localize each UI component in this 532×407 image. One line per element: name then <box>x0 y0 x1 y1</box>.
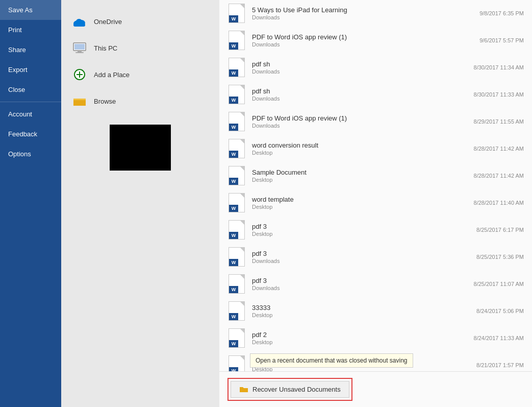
list-item[interactable]: W pdf 3 Downloads 8/25/2017 11:07 AM <box>219 271 532 298</box>
thispc-icon <box>71 40 88 56</box>
file-icon: W <box>227 274 246 294</box>
svg-rect-7 <box>75 52 84 53</box>
sidebar-item-feedback[interactable]: Feedback <box>0 124 61 144</box>
list-item[interactable]: W pdf sh Downloads 8/30/2017 11:34 AM <box>219 54 532 81</box>
file-name: PDF to Word iOS app review (1) <box>252 33 473 41</box>
file-location: Desktop <box>252 231 470 237</box>
recover-unsaved-button[interactable]: Recover Unsaved Documents <box>231 381 349 398</box>
file-icon: W <box>227 30 246 51</box>
place-addplace-label: Add a Place <box>94 71 130 79</box>
file-location: Desktop <box>252 339 468 345</box>
file-icon: W <box>227 220 246 240</box>
file-date: 8/30/2017 11:34 AM <box>474 64 524 70</box>
file-location: Downloads <box>252 14 473 20</box>
file-name: pdf 3 <box>252 223 470 230</box>
file-icon: W <box>227 138 246 159</box>
svg-rect-3 <box>73 23 85 27</box>
recover-folder-icon <box>239 385 248 394</box>
sidebar-item-account[interactable]: Account <box>0 104 61 124</box>
document-preview <box>110 125 171 171</box>
file-icon: W <box>227 57 246 78</box>
list-item[interactable]: W 5 Ways to Use iPad for Learning Downlo… <box>219 0 532 27</box>
sidebar-item-close[interactable]: Close <box>0 80 61 100</box>
file-date: 8/25/2017 5:36 PM <box>476 254 524 260</box>
file-date: 8/29/2017 11:55 AM <box>474 118 524 125</box>
file-info: pdf 2 Desktop <box>252 331 468 345</box>
recover-area: Open a recent document that was closed w… <box>219 371 532 407</box>
svg-rect-11 <box>73 100 86 105</box>
sidebar-item-share[interactable]: Share <box>0 40 61 60</box>
list-item[interactable]: W word conversion result Desktop 8/28/20… <box>219 135 532 162</box>
place-thispc[interactable]: This PC <box>61 35 219 61</box>
file-name: pdf 3 <box>252 277 468 284</box>
place-browse-label: Browse <box>94 98 116 105</box>
file-location: Desktop <box>252 312 470 318</box>
file-name: pdf 3 <box>252 250 470 257</box>
file-info: word conversion result Desktop <box>252 141 468 156</box>
place-browse[interactable]: Browse <box>61 88 219 114</box>
file-name: pdf sh <box>252 87 468 95</box>
svg-point-2 <box>76 19 82 24</box>
file-icon: W <box>227 111 246 132</box>
sidebar-item-export[interactable]: Export <box>0 60 61 80</box>
file-info: pdf 3 Desktop <box>252 223 470 237</box>
file-date: 9/6/2017 5:57 PM <box>479 37 524 43</box>
file-name: 5 Ways to Use iPad for Learning <box>252 6 473 14</box>
list-item[interactable]: W pdf 2 Desktop 8/24/2017 11:33 AM <box>219 325 532 352</box>
file-name: Sample Document <box>252 169 468 176</box>
list-item[interactable]: W pdf 3 Desktop 8/25/2017 6:17 PM <box>219 217 532 244</box>
file-info: 5 Ways to Use iPad for Learning Download… <box>252 6 473 20</box>
file-location: Desktop <box>252 204 468 210</box>
place-onedrive[interactable]: OneDrive <box>61 8 219 35</box>
file-date: 8/28/2017 11:40 AM <box>474 200 524 206</box>
file-date: 8/24/2017 11:33 AM <box>474 335 524 341</box>
file-date: 8/25/2017 11:07 AM <box>474 281 524 287</box>
recover-label: Recover Unsaved Documents <box>252 386 341 393</box>
file-name: word conversion result <box>252 141 468 149</box>
list-item[interactable]: W pdf 3 Downloads 8/25/2017 5:36 PM <box>219 244 532 271</box>
file-name: 33333 <box>252 304 470 312</box>
file-icon: W <box>227 3 246 23</box>
file-info: word template Desktop <box>252 196 468 210</box>
file-icon: W <box>227 193 246 213</box>
file-icon: W <box>227 247 246 267</box>
place-onedrive-label: OneDrive <box>94 18 122 26</box>
svg-rect-10 <box>77 74 83 75</box>
sidebar: Save As Print Share Export Close Account… <box>0 0 61 407</box>
file-date: 8/21/2017 1:57 PM <box>476 362 524 368</box>
list-item[interactable]: W PDF to Word iOS app review (1) Downloa… <box>219 27 532 54</box>
browse-icon <box>71 93 88 109</box>
recent-files-panel: W 5 Ways to Use iPad for Learning Downlo… <box>219 0 532 407</box>
file-icon: W <box>227 84 246 105</box>
file-location: Downloads <box>252 41 473 47</box>
onedrive-icon <box>71 13 88 30</box>
file-name: word template <box>252 196 468 203</box>
file-icon: W <box>227 165 246 186</box>
file-location: Desktop <box>252 177 468 183</box>
list-item[interactable]: W PDF to Word iOS app review (1) Downloa… <box>219 108 532 135</box>
sidebar-item-print[interactable]: Print <box>0 20 61 40</box>
svg-rect-6 <box>78 51 82 52</box>
place-thispc-label: This PC <box>94 44 117 52</box>
file-date: 9/8/2017 6:35 PM <box>479 10 524 16</box>
sidebar-divider <box>0 102 61 102</box>
list-item[interactable]: W pdf sh Downloads 8/30/2017 11:33 AM <box>219 81 532 108</box>
svg-rect-12 <box>240 388 248 392</box>
tooltip: Open a recent document that was closed w… <box>250 353 413 368</box>
file-date: 8/28/2017 11:42 AM <box>474 146 524 152</box>
sidebar-item-options[interactable]: Options <box>0 144 61 164</box>
place-addplace[interactable]: Add a Place <box>61 61 219 88</box>
file-info: Sample Document Desktop <box>252 169 468 183</box>
list-item[interactable]: W 33333 Desktop 8/24/2017 5:06 PM <box>219 298 532 325</box>
svg-rect-5 <box>74 44 85 50</box>
file-location: Downloads <box>252 123 468 129</box>
file-icon: W <box>227 301 246 321</box>
file-location: Desktop <box>252 150 468 156</box>
file-location: Downloads <box>252 285 468 291</box>
file-icon: W <box>227 355 246 371</box>
list-item[interactable]: W word template Desktop 8/28/2017 11:40 … <box>219 189 532 217</box>
sidebar-item-save-as[interactable]: Save As <box>0 0 61 20</box>
list-item[interactable]: W Sample Document Desktop 8/28/2017 11:4… <box>219 162 532 189</box>
file-icon: W <box>227 328 246 348</box>
file-date: 8/24/2017 5:06 PM <box>476 308 524 314</box>
